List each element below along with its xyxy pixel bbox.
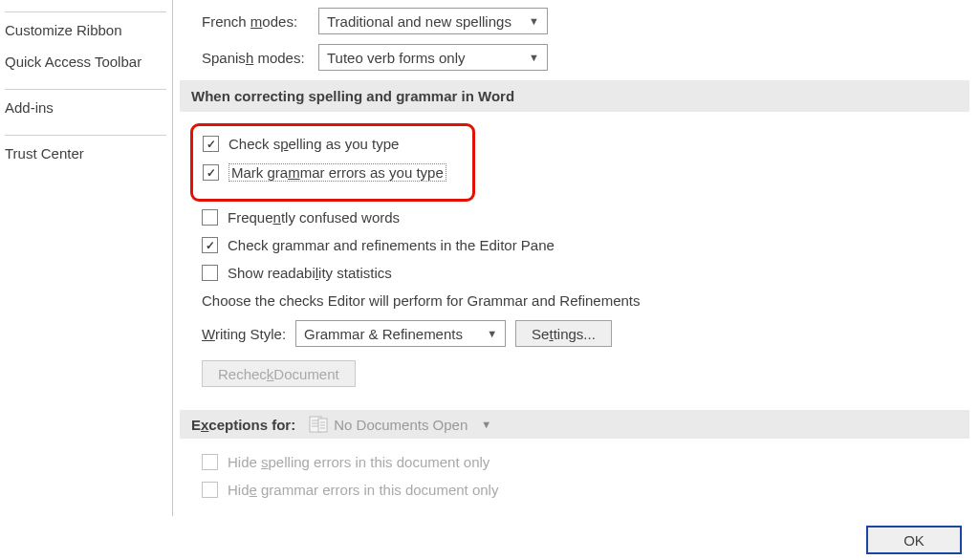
checkbox-icon [203,164,219,181]
check-label: Show readability statistics [228,265,392,281]
checkbox-icon [202,209,218,226]
writing-style-label: Writing Style: [202,326,286,342]
check-grammar-refinements[interactable]: Check grammar and refinements in the Edi… [202,237,979,253]
exceptions-heading: Exceptions for: [191,417,295,433]
chevron-down-icon: ▼ [529,15,539,27]
proofing-options: Check spelling as you type Mark grammar … [185,112,979,397]
exceptions-doc-value: No Documents Open [334,417,468,433]
checkbox-icon [202,454,218,470]
exceptions-options: Hide spelling errors in this document on… [185,439,979,498]
exceptions-document-dropdown[interactable]: No Documents Open ▼ [309,416,491,433]
french-modes-dropdown[interactable]: Traditional and new spellings ▼ [318,8,548,34]
check-spelling-as-you-type[interactable]: Check spelling as you type [203,136,461,152]
sidebar-divider [5,89,166,90]
spanish-modes-value: Tuteo verb forms only [327,50,466,66]
spanish-modes-label: Spanish modes: [185,50,318,66]
sidebar-item-quick-access-toolbar[interactable]: Quick Access Toolbar [3,46,172,77]
ok-button[interactable]: OK [866,526,962,554]
choose-checks-text: Choose the checks Editor will perform fo… [202,292,979,309]
writing-style-dropdown[interactable]: Grammar & Refinements ▼ [295,320,506,347]
check-label: Hide spelling errors in this document on… [228,454,490,470]
chevron-down-icon: ▼ [529,52,539,63]
check-frequently-confused[interactable]: Frequently confused words [202,209,979,226]
check-hide-spelling-errors: Hide spelling errors in this document on… [202,454,979,470]
main-panel: French modes: Traditional and new spelli… [173,0,979,560]
recheck-document-button: Recheck Document [202,360,356,387]
chevron-down-icon: ▼ [487,328,497,339]
checkbox-icon [202,265,218,281]
writing-style-value: Grammar & Refinements [304,326,463,342]
checkbox-icon [203,136,219,152]
checkbox-icon [202,482,218,498]
document-icon [309,416,328,433]
check-label: Check grammar and refinements in the Edi… [228,237,555,253]
spanish-modes-dropdown[interactable]: Tuteo verb forms only ▼ [318,44,548,71]
check-mark-grammar-as-you-type[interactable]: Mark grammar errors as you type [203,163,461,182]
sidebar-divider [5,11,166,12]
check-label: Hide grammar errors in this document onl… [228,482,498,498]
check-label: Check spelling as you type [228,136,399,152]
sidebar-item-trust-center[interactable]: Trust Center [3,138,172,169]
highlight-box: Check spelling as you type Mark grammar … [190,123,475,202]
check-label: Frequently confused words [228,209,400,226]
sidebar-item-add-ins[interactable]: Add-ins [3,92,172,123]
sidebar: Customize Ribbon Quick Access Toolbar Ad… [0,0,173,516]
french-modes-label: French modes: [185,13,318,30]
exceptions-heading-strip: Exceptions for: No Documents Open ▼ [180,410,969,439]
chevron-down-icon: ▼ [481,419,491,430]
check-hide-grammar-errors: Hide grammar errors in this document onl… [202,482,979,498]
sidebar-divider [5,135,166,136]
french-modes-value: Traditional and new spellings [327,13,511,30]
checkbox-icon [202,237,218,253]
dialog-footer: OK [866,526,962,554]
check-label: Mark grammar errors as you type [228,163,446,182]
sidebar-item-customize-ribbon[interactable]: Customize Ribbon [3,14,172,46]
proofing-section-heading: When correcting spelling and grammar in … [180,80,969,112]
settings-button[interactable]: Settings... [515,320,612,347]
check-readability[interactable]: Show readability statistics [202,265,979,281]
